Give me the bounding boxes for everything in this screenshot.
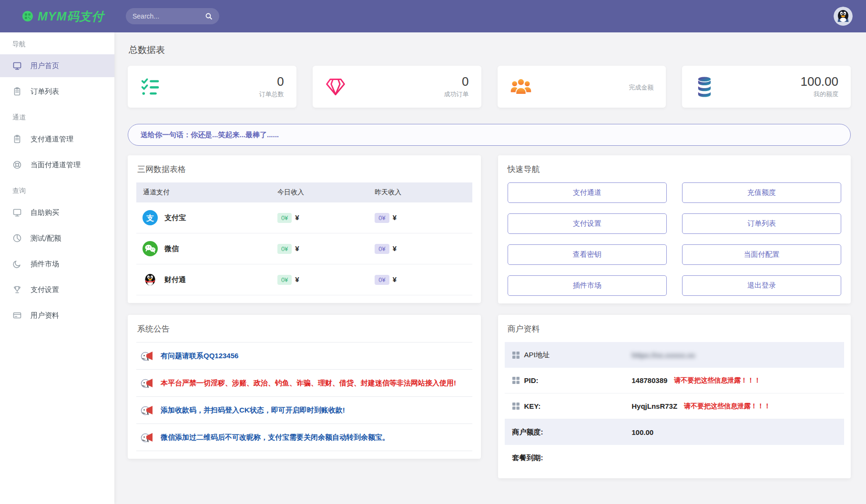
channel-name: 微信 [164, 244, 179, 253]
yesterday-income-badge: 0¥ [375, 213, 389, 223]
yen-sign: ¥ [393, 213, 397, 222]
merchant-label: API地址 [524, 351, 550, 360]
quicknav-view-key-button[interactable]: 查看密钥 [508, 244, 667, 265]
merchant-row-quota: 商户额度: 100.00 [505, 419, 845, 445]
sidebar-item-user-profile[interactable]: 用户资料 [0, 304, 114, 327]
quicknav-pay-settings-button[interactable]: 支付设置 [508, 213, 667, 234]
sidebar-item-label: 当面付通道管理 [31, 161, 81, 170]
sidebar-item-user-home[interactable]: 用户首页 [0, 54, 114, 77]
col-header-channel: 通道支付 [136, 188, 277, 197]
user-avatar[interactable] [834, 7, 853, 26]
merchant-row-key: KEY: HyqjLnsR73Z 请不要把这些信息泄露！！！ [505, 393, 845, 419]
announcement-text: 添加收款码，并扫码登入CK状态，即可开启即时到账收款! [161, 405, 345, 415]
quote-text: 送给你一句话：你还是...笑起来...最棒了...... [141, 131, 279, 140]
quicknav-f2f-config-button[interactable]: 当面付配置 [682, 244, 841, 265]
sidebar-item-self-purchase[interactable]: 自助购买 [0, 201, 114, 224]
grid-icon [512, 352, 520, 359]
sidebar-item-pay-channel-mgmt[interactable]: 支付通道管理 [0, 128, 114, 151]
sidebar-item-label: 用户首页 [31, 61, 59, 71]
yen-sign: ¥ [295, 275, 299, 283]
trophy-icon [12, 285, 22, 294]
sidebar-section-nav: 导航 [0, 32, 114, 54]
quicknav-order-list-button[interactable]: 订单列表 [682, 213, 841, 234]
quicknav-recharge-quota-button[interactable]: 充值额度 [682, 182, 841, 203]
megaphone-mascot-icon [140, 430, 154, 444]
stat-label: 成功订单 [444, 90, 469, 99]
merchant-row-plan-expiry: 套餐到期: [505, 445, 845, 471]
panel-title: 系统公告 [137, 323, 481, 334]
sidebar-item-label: 支付设置 [31, 285, 59, 294]
quicknav-plugin-market-button[interactable]: 插件市场 [508, 275, 667, 296]
top-navbar: MYM码支付 [0, 0, 866, 32]
stat-card-completed-amount: 完成金额 [498, 66, 666, 108]
clipboard-icon [12, 134, 22, 144]
yesterday-income-badge: 0¥ [375, 244, 389, 254]
sidebar-item-test-quota[interactable]: 测试/配额 [0, 227, 114, 250]
sidebar-item-label: 用户资料 [31, 311, 59, 320]
merchant-row-pid: PID: 148780389 请不要把这些信息泄露！！！ [505, 368, 845, 393]
merchant-label: 商户额度: [512, 428, 543, 437]
quicknav-logout-button[interactable]: 退出登录 [682, 275, 841, 296]
grid-icon [512, 403, 520, 410]
sidebar-item-label: 支付通道管理 [31, 135, 73, 144]
api-url-value-masked: https://xx.xxxxx.xx [632, 351, 695, 359]
monitor-icon [12, 208, 22, 217]
search-icon[interactable] [205, 12, 213, 20]
merchant-label: KEY: [524, 402, 541, 410]
sidebar-item-plugin-market[interactable]: 插件市场 [0, 252, 114, 275]
quote-banner: 送给你一句话：你还是...笑起来...最棒了...... [128, 124, 851, 146]
stat-value: 100.00 [800, 75, 838, 89]
wechat-icon [142, 241, 158, 257]
brand[interactable]: MYM码支付 [0, 9, 114, 24]
today-income-badge: 0¥ [277, 213, 292, 223]
sidebar-item-order-list[interactable]: 订单列表 [0, 80, 114, 103]
merchant-label: PID: [524, 376, 539, 384]
announcement-text: 有问题请联系QQ123456 [161, 351, 238, 361]
yen-sign: ¥ [393, 275, 397, 283]
col-header-today: 今日收入 [277, 188, 375, 197]
clipboard-icon [12, 87, 22, 96]
penguin-avatar-icon [834, 7, 853, 26]
stat-label: 我的额度 [814, 90, 838, 99]
search-input[interactable] [132, 12, 205, 20]
stat-value: 0 [462, 75, 469, 89]
sidebar-item-f2f-channel-mgmt[interactable]: 当面付通道管理 [0, 153, 114, 176]
sidebar-section-channel: 通道 [0, 106, 114, 128]
sidebar-item-pay-settings[interactable]: 支付设置 [0, 278, 114, 301]
tenpay-icon [142, 272, 158, 288]
yesterday-income-badge: 0¥ [375, 275, 389, 285]
pid-leak-warning: 请不要把这些信息泄露！！！ [674, 376, 761, 385]
yen-sign: ¥ [295, 244, 299, 252]
brand-title: MYM码支付 [38, 9, 104, 24]
stat-label: 完成金额 [629, 83, 653, 92]
channel-name: 支付宝 [164, 213, 186, 222]
search-box [126, 8, 219, 24]
today-income-badge: 0¥ [277, 275, 292, 285]
sidebar-item-label: 测试/配额 [31, 234, 61, 243]
key-leak-warning: 请不要把这些信息泄露！！！ [684, 402, 771, 411]
sidebar-section-query: 查询 [0, 179, 114, 201]
announcement-text: 本平台严禁一切淫秽、涉赌、政治、钓鱼、诈骗、理财、借贷、封建迷信等非法网站接入使… [161, 378, 456, 388]
stat-card-total-orders: 0 订单总数 [128, 66, 296, 108]
sidebar: 导航 用户首页 订单列表 通道 支付通道管理 当面付通道管理 查询 自助购买 [0, 32, 114, 504]
announcement-item: 微信添加过二维码后不可改昵称，支付宝需要关闭余额自动转到余额宝。 [136, 424, 472, 451]
stat-card-success-orders: 0 成功订单 [313, 66, 481, 108]
yen-sign: ¥ [393, 244, 397, 252]
announcement-item: 添加收款码，并扫码登入CK状态，即可开启即时到账收款! [136, 397, 472, 424]
table-header: 通道支付 今日收入 昨天收入 [136, 182, 472, 202]
tri-network-table-panel: 三网数据表格 通道支付 今日收入 昨天收入 支 支付宝 0¥¥ 0¥¥ [128, 155, 481, 303]
lifering-icon [12, 160, 22, 170]
diamond-icon [325, 76, 346, 97]
pid-value: 148780389 [632, 376, 667, 384]
stat-cards: 0 订单总数 0 成功订单 [128, 66, 851, 108]
announcement-text: 微信添加过二维码后不可改昵称，支付宝需要关闭余额自动转到余额宝。 [161, 433, 389, 442]
panel-title: 商户资料 [508, 323, 851, 334]
announcement-item: 本平台严禁一切淫秽、涉赌、政治、钓鱼、诈骗、理财、借贷、封建迷信等非法网站接入使… [136, 370, 472, 397]
quicknav-pay-channel-button[interactable]: 支付通道 [508, 182, 667, 203]
merchant-label: 套餐到期: [512, 454, 543, 463]
brand-logo-icon [22, 10, 33, 22]
sidebar-item-label: 订单列表 [31, 87, 59, 96]
sidebar-item-label: 插件市场 [31, 260, 59, 269]
grid-icon [512, 377, 520, 384]
megaphone-mascot-icon [140, 403, 154, 417]
